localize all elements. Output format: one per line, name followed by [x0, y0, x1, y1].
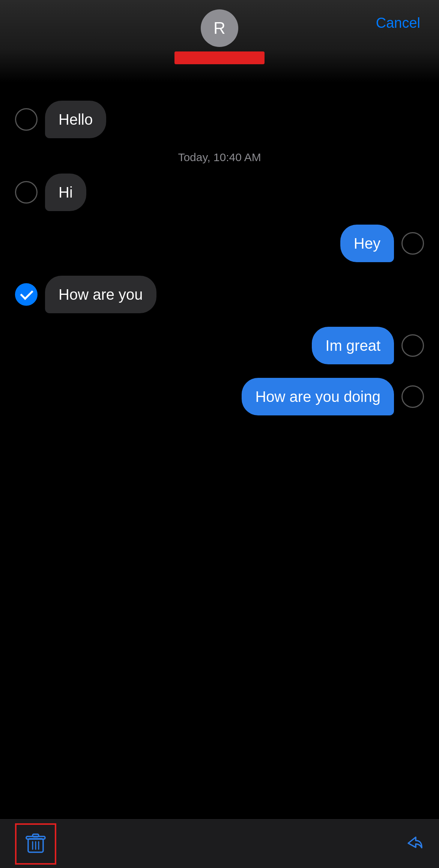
select-circle-msg-5[interactable] [401, 334, 424, 357]
delete-button[interactable] [15, 823, 56, 865]
select-circle-msg-3[interactable] [401, 232, 424, 255]
timestamp-row: Today, 10:40 AM [0, 145, 439, 167]
select-circle-msg-6[interactable] [401, 385, 424, 408]
svg-rect-2 [33, 834, 39, 837]
bubble-msg-5: Im great [312, 327, 394, 364]
message-row: Im great [0, 320, 439, 371]
bubble-msg-1: Hello [45, 101, 106, 138]
message-row: Hello [0, 94, 439, 145]
contact-info: R [174, 9, 265, 64]
header: R Cancel [0, 0, 439, 83]
trash-icon [24, 832, 47, 856]
bubble-msg-6: How are you doing [242, 378, 394, 415]
bubble-msg-2: Hi [45, 174, 86, 211]
contact-name-bar [174, 51, 265, 64]
message-row: How are you doing [0, 371, 439, 422]
message-row: How are you [0, 269, 439, 320]
bubble-msg-3: Hey [340, 225, 394, 262]
bubble-msg-4: How are you [45, 276, 156, 313]
cancel-button[interactable]: Cancel [376, 15, 420, 31]
select-circle-msg-1[interactable] [15, 108, 38, 131]
messages-area: Hello Today, 10:40 AM Hi Hey How are you… [0, 83, 439, 819]
bottom-toolbar [0, 819, 439, 868]
message-row: Hi [0, 167, 439, 218]
select-circle-msg-4[interactable] [15, 283, 38, 306]
share-button[interactable] [401, 832, 424, 856]
message-row: Hey [0, 218, 439, 269]
avatar: R [201, 9, 238, 47]
timestamp: Today, 10:40 AM [178, 151, 261, 164]
select-circle-msg-2[interactable] [15, 181, 38, 204]
